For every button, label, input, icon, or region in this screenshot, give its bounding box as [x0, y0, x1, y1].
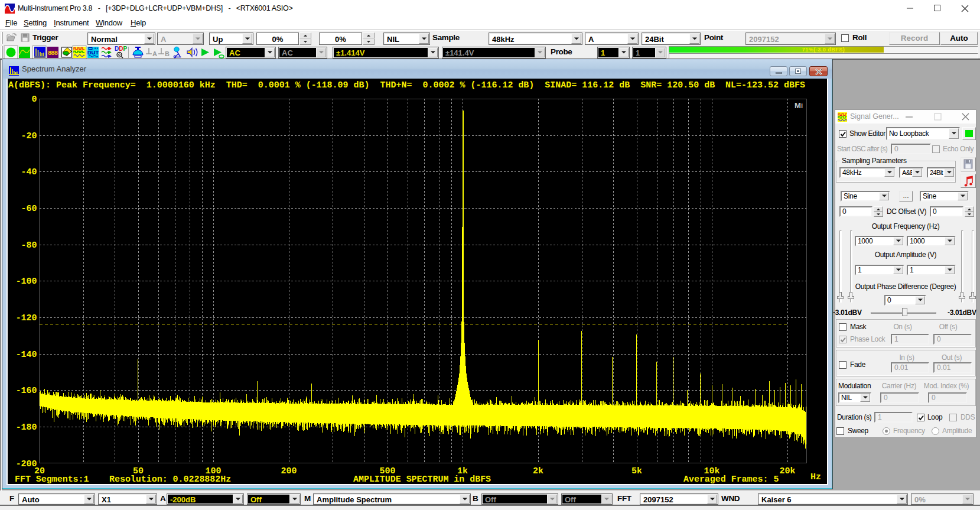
svg-text:-120: -120: [16, 313, 37, 323]
svg-text:Hz: Hz: [810, 472, 821, 482]
svg-text:-20: -20: [21, 131, 37, 141]
svg-text:-80: -80: [21, 241, 37, 250]
svg-text:-160: -160: [16, 386, 37, 395]
svg-text:20k: 20k: [780, 466, 796, 476]
svg-text:-100: -100: [16, 277, 37, 286]
svg-text:A(dBFS): Peak Frequency= 1.00: A(dBFS): Peak Frequency= 1.0000160 kHz T…: [8, 80, 805, 90]
svg-text:A: A: [152, 50, 157, 57]
svg-text:Mi: Mi: [795, 101, 803, 110]
svg-text:FFT Segments:1: FFT Segments:1: [15, 475, 89, 484]
svg-text:Averaged Frames: 5: Averaged Frames: 5: [683, 475, 779, 484]
svg-text:-40: -40: [21, 167, 37, 177]
svg-text:DUT: DUT: [87, 49, 99, 56]
svg-text:200: 200: [281, 466, 297, 476]
svg-text:-140: -140: [16, 350, 37, 359]
svg-text:Resolution: 0.0228882Hz: Resolution: 0.0228882Hz: [109, 475, 231, 484]
svg-text:B: B: [165, 50, 170, 57]
svg-text:-60: -60: [21, 204, 37, 213]
svg-text:-180: -180: [16, 423, 37, 432]
svg-text:DDP: DDP: [115, 46, 127, 52]
svg-text:888: 888: [48, 50, 58, 57]
svg-text:0: 0: [32, 95, 37, 104]
svg-text:5k: 5k: [631, 466, 642, 476]
svg-text:AMPLITUDE SPECTRUM in dBFS: AMPLITUDE SPECTRUM in dBFS: [353, 475, 491, 484]
svg-text:2k: 2k: [533, 466, 543, 476]
